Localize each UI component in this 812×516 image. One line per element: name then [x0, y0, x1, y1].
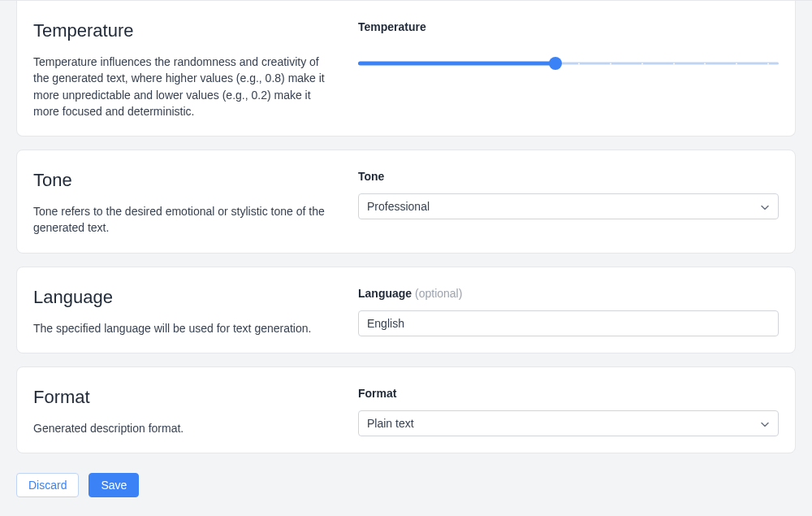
slider-tick [641, 63, 643, 64]
slider-fill [358, 62, 555, 66]
slider-tick [704, 63, 706, 64]
tone-description: Tone refers to the desired emotional or … [33, 203, 326, 236]
temperature-field-label: Temperature [358, 19, 779, 36]
slider-tick [736, 63, 737, 64]
tone-select-wrapper: Professional [358, 193, 779, 219]
format-control: Format Plain text [358, 384, 779, 436]
slider-tick [610, 63, 611, 64]
tone-section: Tone Tone refers to the desired emotiona… [16, 150, 796, 254]
format-description: Generated description format. [33, 420, 326, 436]
temperature-info: Temperature Temperature influences the r… [33, 17, 326, 119]
tone-title: Tone [33, 167, 326, 193]
format-field-label: Format [358, 385, 779, 402]
format-section: Format Generated description format. For… [16, 366, 796, 453]
temperature-description: Temperature influences the randomness an… [33, 54, 326, 119]
language-input[interactable] [358, 310, 779, 336]
slider-thumb[interactable] [549, 57, 562, 70]
tone-field-label: Tone [358, 168, 779, 185]
format-title: Format [33, 384, 326, 410]
tone-control: Tone Professional [358, 167, 779, 236]
temperature-section: Temperature Temperature influences the r… [16, 1, 796, 137]
tone-select[interactable]: Professional [358, 193, 779, 219]
temperature-slider[interactable] [358, 55, 779, 72]
footer-actions: Discard Save [16, 473, 796, 497]
format-info: Format Generated description format. [33, 384, 326, 436]
language-section: Language The specified language will be … [16, 267, 796, 353]
language-optional-label: (optional) [415, 287, 462, 300]
language-field-label: Language (optional) [358, 285, 779, 302]
temperature-control: Temperature [358, 17, 779, 119]
save-button[interactable]: Save [89, 473, 139, 497]
format-select-wrapper: Plain text [358, 410, 779, 436]
language-control: Language (optional) [358, 284, 779, 336]
language-info: Language The specified language will be … [33, 284, 326, 336]
slider-tick [578, 63, 580, 64]
language-description: The specified language will be used for … [33, 320, 326, 336]
language-label-text: Language [358, 287, 412, 300]
temperature-title: Temperature [33, 17, 326, 44]
tone-info: Tone Tone refers to the desired emotiona… [33, 167, 326, 236]
slider-tick [767, 63, 769, 64]
slider-tick [673, 63, 675, 64]
format-select[interactable]: Plain text [358, 410, 779, 436]
language-title: Language [33, 284, 326, 310]
discard-button[interactable]: Discard [16, 473, 79, 497]
